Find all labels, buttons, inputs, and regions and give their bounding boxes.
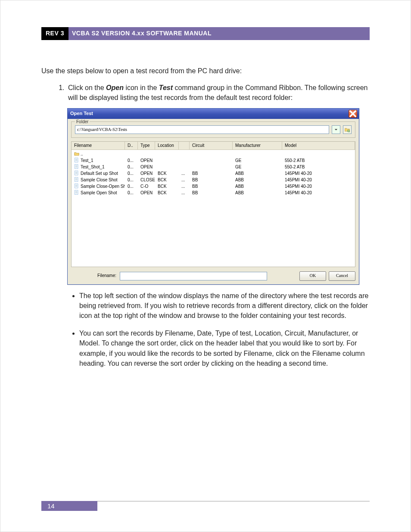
bullet-1: The top left section of the window displ… <box>79 291 370 321</box>
header-location[interactable]: Location <box>155 142 179 150</box>
bullet-2: You can sort the records by Filename, Da… <box>79 328 370 368</box>
header-circuit[interactable]: Circuit <box>190 142 233 150</box>
step-1: Click on the Open icon in the Test comma… <box>66 83 370 103</box>
list-item[interactable]: Sample Close-Open Shot0...C-OBCK...BBABB… <box>72 183 355 190</box>
svg-rect-2 <box>75 158 78 162</box>
folder-legend: Folder <box>75 119 90 125</box>
list-item[interactable]: Test_10...OPENGE550-2 ATB <box>72 157 355 164</box>
page-footer: 14 <box>41 501 370 511</box>
header-location2[interactable] <box>179 142 190 150</box>
filename-label: Filename: <box>71 273 117 279</box>
header-type[interactable]: Type <box>138 142 155 150</box>
svg-rect-22 <box>75 184 78 188</box>
step-list: Click on the Open icon in the Test comma… <box>41 83 370 103</box>
file-list: Filename D.. Type Location Circuit Manuf… <box>71 141 355 267</box>
list-item[interactable]: Sample Open Shot0...OPENBCK...BBABB145PM… <box>72 190 355 196</box>
list-item[interactable]: Test_Shot_10...OPENGE550-2 ATB <box>72 164 355 170</box>
open-test-dialog: Open Test Folder <box>67 108 359 285</box>
list-up-row[interactable]: .. <box>72 151 355 157</box>
list-item[interactable]: Sample Close Shot0...CLOSEBCK...BBABB145… <box>72 177 355 183</box>
header-model[interactable]: Model <box>282 142 355 150</box>
header-manufacturer[interactable]: Manufacturer <box>233 142 282 150</box>
dialog-titlebar[interactable]: Open Test <box>68 109 359 119</box>
file-icon <box>74 177 79 182</box>
svg-line-1 <box>349 131 350 132</box>
svg-rect-12 <box>75 171 78 175</box>
list-header: Filename D.. Type Location Circuit Manuf… <box>72 142 355 150</box>
folder-up-icon <box>74 151 79 156</box>
page-header: REV 3 VCBA S2 VERSION 4.xx SOFTWARE MANU… <box>41 27 370 40</box>
intro-text: Use the steps below to open a test recor… <box>41 66 370 76</box>
chevron-down-icon[interactable] <box>332 125 340 134</box>
file-icon <box>74 190 79 195</box>
svg-rect-17 <box>75 177 78 182</box>
svg-rect-27 <box>75 190 78 195</box>
folder-fieldset: Folder <box>71 121 355 138</box>
file-icon <box>74 158 79 163</box>
close-icon[interactable] <box>349 110 357 118</box>
manual-title: VCBA S2 VERSION 4.xx SOFTWARE MANUAL <box>68 27 370 40</box>
file-icon <box>74 184 79 189</box>
page-number: 14 <box>41 501 97 511</box>
file-icon <box>74 164 79 169</box>
ok-button[interactable]: OK <box>299 271 326 281</box>
folder-browse-icon[interactable] <box>343 125 352 134</box>
header-filename[interactable]: Filename <box>72 142 125 150</box>
svg-rect-7 <box>75 165 78 169</box>
filename-input[interactable] <box>120 272 267 280</box>
rev-label: REV 3 <box>41 27 68 40</box>
footer-rule <box>97 501 370 511</box>
list-item[interactable]: Default Set up Shot0...OPENBCK...BBABB14… <box>72 170 355 177</box>
info-bullets: The top left section of the window displ… <box>41 291 370 368</box>
file-icon <box>74 171 79 176</box>
folder-path-input[interactable] <box>75 125 329 134</box>
dialog-title: Open Test <box>70 110 93 117</box>
cancel-button[interactable]: Cancel <box>329 271 355 281</box>
header-date[interactable]: D.. <box>125 142 138 150</box>
